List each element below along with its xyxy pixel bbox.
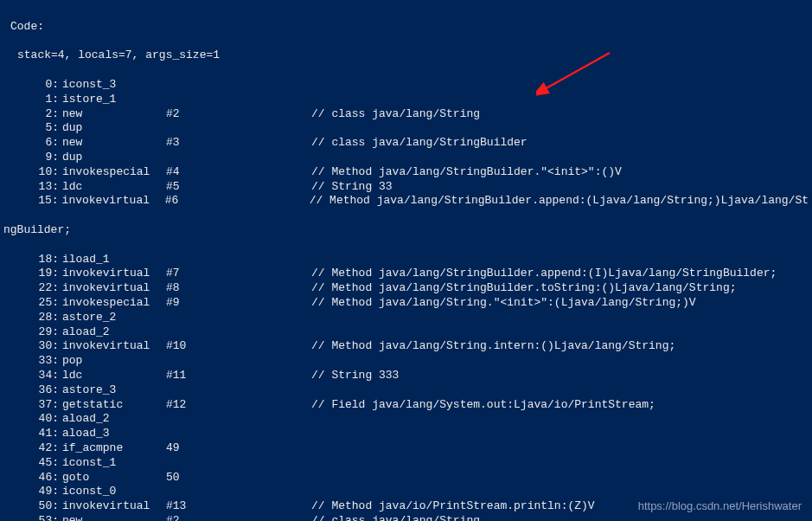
bytecode-line: 0:iconst_3: [3, 78, 809, 93]
bytecode-line: 15:invokevirtual#6// Method java/lang/St…: [3, 194, 809, 209]
operand: #5: [166, 180, 311, 195]
offset: 37:: [3, 398, 62, 413]
bytecode-output: Code: stack=4, locals=7, args_size=1 0:i…: [0, 0, 812, 521]
opcode: iconst_0: [62, 485, 166, 499]
operand: #11: [166, 369, 311, 383]
offset: 33:: [3, 354, 62, 369]
bytecode-line: 46:goto50: [3, 471, 809, 486]
opcode: aload_2: [62, 412, 166, 427]
opcode: if_acmpne: [62, 441, 166, 456]
bytecode-line: 30:invokevirtual#10// Method java/lang/S…: [3, 339, 809, 354]
bytecode-line: 18:iload_1: [3, 253, 809, 267]
operand: [166, 485, 311, 499]
stack-line: stack=4, locals=7, args_size=1: [3, 48, 809, 63]
watermark: https://blog.csdn.net/Herishwater: [638, 499, 802, 512]
offset: 0:: [3, 78, 62, 93]
opcode: istore_1: [62, 93, 166, 107]
offset: 29:: [3, 325, 62, 340]
operand: #10: [166, 339, 311, 354]
opcode: astore_2: [62, 311, 166, 325]
offset: 42:: [3, 441, 62, 456]
bytecode-line: 13:ldc#5// String 33: [3, 180, 809, 195]
wrap-text: ngBuilder;: [3, 223, 71, 236]
bytecode-line: 29:aload_2: [3, 325, 809, 340]
offset: 28:: [3, 311, 62, 325]
opcode: invokevirtual: [62, 281, 166, 296]
offset: 9:: [3, 151, 62, 165]
comment: // Method java/lang/StringBuilder.append…: [310, 194, 809, 209]
code-label: Code:: [3, 20, 44, 33]
bytecode-line: 9:dup: [3, 151, 809, 165]
offset: 49:: [3, 485, 62, 499]
operand: #8: [166, 281, 311, 296]
opcode: invokevirtual: [62, 499, 166, 514]
bytecode-line: 42:if_acmpne49: [3, 441, 809, 456]
bytecode-line: 10:invokespecial#4// Method java/lang/St…: [3, 165, 809, 180]
comment: // class java/lang/StringBuilder: [311, 136, 527, 151]
offset: 25:: [3, 296, 62, 311]
bytecode-line: 53:new#2// class java/lang/String: [3, 514, 809, 521]
offset: 30:: [3, 339, 62, 354]
operand: #13: [166, 499, 311, 514]
opcode: dup: [62, 151, 166, 165]
offset: 19:: [3, 267, 62, 281]
operand: #7: [166, 267, 311, 281]
opcode: ldc: [62, 369, 166, 383]
operand: 49: [166, 441, 311, 456]
operand: #3: [166, 136, 311, 151]
bytecode-line: 49:iconst_0: [3, 485, 809, 499]
opcode: new: [62, 107, 166, 122]
opcode: invokespecial: [62, 296, 166, 311]
operand: [166, 354, 311, 369]
comment: // Method java/lang/StringBuilder."<init…: [311, 165, 622, 180]
offset: 22:: [3, 281, 62, 296]
opcode: pop: [62, 354, 166, 369]
comment: // String 333: [311, 369, 399, 383]
offset: 36:: [3, 383, 62, 398]
bytecode-line: 28:astore_2: [3, 311, 809, 325]
operand: [166, 325, 311, 340]
comment: // Field java/lang/System.out:Ljava/io/P…: [311, 398, 655, 413]
bytecode-line: 34:ldc#11// String 333: [3, 369, 809, 383]
offset: 18:: [3, 253, 62, 267]
operand: 50: [166, 471, 311, 486]
opcode: dup: [62, 121, 166, 136]
bytecode-line: 19:invokevirtual#7// Method java/lang/St…: [3, 267, 809, 281]
operand: [166, 311, 311, 325]
offset: 13:: [3, 180, 62, 195]
bytecode-line: 45:iconst_1: [3, 456, 809, 471]
offset: 41:: [3, 427, 62, 441]
offset: 2:: [3, 107, 62, 122]
bytecode-line: 2:new#2// class java/lang/String: [3, 107, 809, 122]
operand: [166, 78, 311, 93]
comment: // Method java/io/PrintStream.println:(Z…: [311, 499, 595, 514]
bytecode-line: 6:new#3// class java/lang/StringBuilder: [3, 136, 809, 151]
opcode: astore_3: [62, 383, 166, 398]
offset: 40:: [3, 412, 62, 427]
bytecode-line: 40:aload_2: [3, 412, 809, 427]
comment: // class java/lang/String: [311, 107, 480, 122]
comment: // Method java/lang/StringBuilder.append…: [311, 267, 777, 281]
offset: 6:: [3, 136, 62, 151]
bytecode-line: 25:invokespecial#9// Method java/lang/St…: [3, 296, 809, 311]
offset: 10:: [3, 165, 62, 180]
opcode: invokevirtual: [62, 267, 166, 281]
offset: 15:: [3, 194, 62, 209]
operand: [166, 121, 311, 136]
opcode: iconst_3: [62, 78, 166, 93]
opcode: invokespecial: [62, 165, 166, 180]
opcode: goto: [62, 471, 166, 486]
operand: [166, 456, 311, 471]
operand: #2: [166, 107, 311, 122]
operand: #2: [166, 514, 311, 521]
opcode: iload_1: [62, 253, 166, 267]
opcode: iconst_1: [62, 456, 166, 471]
operand: [166, 253, 311, 267]
opcode: new: [62, 136, 166, 151]
offset: 46:: [3, 471, 62, 486]
bytecode-line: 22:invokevirtual#8// Method java/lang/St…: [3, 281, 809, 296]
comment: // Method java/lang/StringBuilder.toStri…: [311, 281, 736, 296]
operand: [166, 151, 311, 165]
offset: 45:: [3, 456, 62, 471]
offset: 5:: [3, 121, 62, 136]
